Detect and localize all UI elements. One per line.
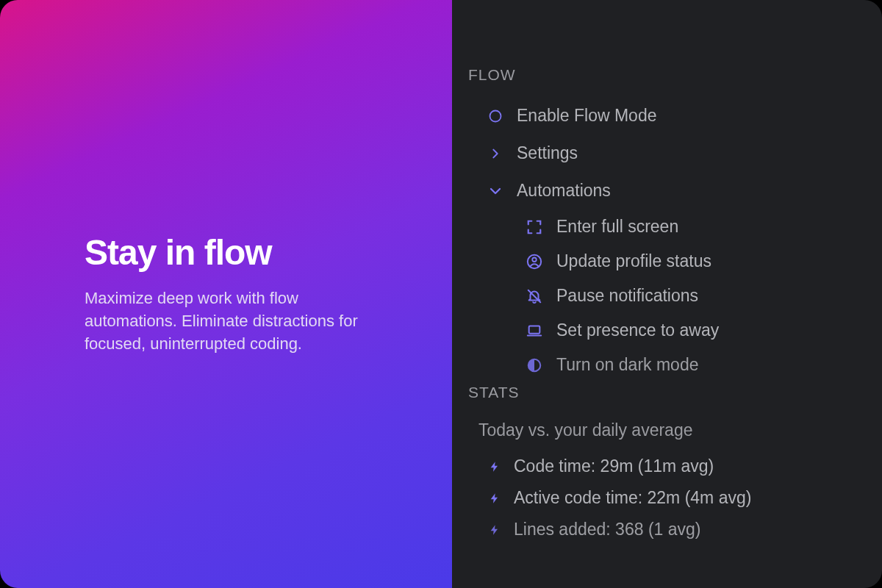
stat-label: Lines added: 368 (1 avg) [514, 520, 700, 539]
moon-icon [526, 356, 543, 374]
sidebar-panel: FLOW Enable Flow Mode Settings Automatio… [452, 0, 882, 588]
automation-label: Pause notifications [556, 286, 698, 306]
stat-lines-added: Lines added: 368 (1 avg) [467, 514, 860, 545]
hero-panel: Stay in flow Maximize deep work with flo… [0, 0, 452, 588]
hero-title: Stay in flow [85, 232, 386, 273]
automation-update-profile[interactable]: Update profile status [467, 244, 860, 279]
automation-dark-mode[interactable]: Turn on dark mode [467, 348, 860, 376]
automation-pause-notifications[interactable]: Pause notifications [467, 279, 860, 313]
circle-unchecked-icon [487, 108, 503, 124]
automations-label: Automations [517, 181, 611, 201]
hero-description: Maximize deep work with flow automations… [85, 287, 364, 355]
settings-label: Settings [517, 143, 578, 163]
settings-item[interactable]: Settings [467, 135, 860, 172]
stats-section: STATS Today vs. your daily average Code … [467, 384, 860, 545]
automation-label: Enter full screen [556, 217, 678, 237]
bolt-icon [487, 459, 502, 474]
automation-label: Set presence to away [556, 320, 719, 340]
flow-section-header: FLOW [467, 66, 860, 84]
fullscreen-icon [526, 218, 543, 236]
stat-label: Active code time: 22m (4m avg) [514, 488, 751, 508]
enable-flow-mode-toggle[interactable]: Enable Flow Mode [467, 97, 860, 135]
flow-section: FLOW Enable Flow Mode Settings Automatio… [467, 66, 860, 376]
chevron-down-icon [487, 183, 503, 199]
svg-rect-3 [529, 326, 540, 333]
enable-flow-label: Enable Flow Mode [517, 106, 657, 126]
automation-label: Turn on dark mode [556, 355, 698, 375]
stats-subtitle: Today vs. your daily average [467, 415, 860, 451]
automations-item[interactable]: Automations [467, 172, 860, 209]
profile-icon [526, 253, 543, 270]
automation-set-presence-away[interactable]: Set presence to away [467, 313, 860, 348]
stat-code-time: Code time: 29m (11m avg) [467, 451, 860, 482]
stat-label: Code time: 29m (11m avg) [514, 456, 714, 476]
bolt-icon [487, 523, 502, 537]
stats-section-header: STATS [467, 384, 860, 401]
bell-off-icon [526, 287, 543, 305]
automation-label: Update profile status [556, 251, 711, 271]
laptop-icon [526, 322, 543, 340]
bolt-icon [487, 491, 502, 506]
stat-active-code-time: Active code time: 22m (4m avg) [467, 482, 860, 514]
chevron-right-icon [487, 146, 503, 162]
automation-enter-fullscreen[interactable]: Enter full screen [467, 209, 860, 244]
svg-point-0 [490, 110, 501, 121]
svg-point-2 [532, 257, 537, 262]
app-container: Stay in flow Maximize deep work with flo… [0, 0, 882, 588]
